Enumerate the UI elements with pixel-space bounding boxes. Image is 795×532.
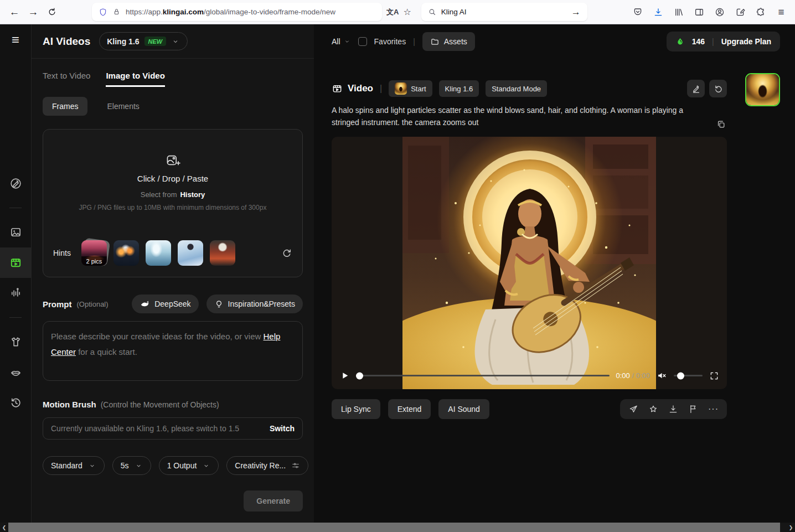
more-options-icon[interactable]: ··· [708, 404, 719, 414]
image-plus-icon [164, 153, 181, 168]
favorite-star-icon[interactable] [648, 404, 658, 414]
ai-sound-button[interactable]: AI Sound [438, 399, 489, 419]
rail-item-try-on[interactable] [0, 327, 31, 357]
video-player[interactable]: 0:00 / 0:00 [332, 137, 727, 389]
generate-button[interactable]: Generate [244, 490, 303, 512]
mode-frames[interactable]: Frames [43, 97, 87, 116]
sidebar-toggle-icon[interactable] [691, 4, 708, 20]
refresh-hints-icon[interactable] [281, 247, 292, 259]
prompt-textarea[interactable]: Please describe your creative ideas for … [43, 321, 303, 381]
fullscreen-icon[interactable] [709, 371, 719, 381]
filter-all-dropdown[interactable]: All [332, 37, 351, 46]
video-actions-toolbar: ··· [620, 399, 727, 419]
deepseek-button[interactable]: DeepSeek [132, 295, 198, 313]
rail-item-ai-audio[interactable] [0, 278, 31, 308]
search-bar[interactable]: Kling AI → [421, 3, 587, 21]
account-icon[interactable] [711, 4, 728, 20]
hint-thumbnail[interactable]: 2 pics [81, 240, 107, 266]
seek-handle[interactable] [356, 372, 363, 379]
video-card-title: Video [332, 83, 373, 94]
image-upload-dropzone[interactable]: Click / Drop / Paste Select fromHistory … [43, 129, 303, 277]
volume-bar[interactable] [674, 375, 703, 376]
download-icon[interactable] [668, 404, 678, 414]
hamburger-menu-icon[interactable]: ≡ [12, 33, 19, 47]
hints-label: Hints [53, 249, 71, 257]
quality-select[interactable]: Standard [43, 456, 105, 475]
upload-requirements: JPG / PNG files up to 10MB with minimum … [79, 204, 267, 211]
browser-toolbar: ← → https://app.klingai.com/global/image… [0, 0, 795, 24]
credits-count: 146 [692, 37, 705, 46]
favorites-checkbox[interactable] [358, 37, 367, 46]
extensions-icon[interactable] [752, 4, 769, 20]
model-selector[interactable]: Kling 1.6 NEW [99, 32, 188, 50]
hint-thumbnail[interactable] [113, 240, 139, 266]
copy-icon[interactable] [716, 120, 726, 129]
model-name: Kling 1.6 [107, 37, 139, 46]
rail-item-history[interactable] [0, 388, 31, 418]
rail-item-ai-videos[interactable] [0, 247, 31, 278]
hint-thumbnail[interactable] [178, 240, 203, 266]
url-text: https://app.klingai.com/global/image-to-… [126, 8, 335, 16]
tab-text-to-video[interactable]: Text to Video [43, 71, 90, 87]
reload-button[interactable] [43, 3, 61, 21]
horizontal-scrollbar[interactable]: ❮ ❯ [0, 523, 795, 532]
lip-sync-button[interactable]: Lip Sync [332, 399, 380, 419]
play-icon[interactable] [339, 370, 350, 381]
volume-handle[interactable] [677, 372, 684, 379]
player-controls: 0:00 / 0:00 [339, 366, 719, 385]
history-link[interactable]: History [180, 190, 205, 199]
scroll-left-icon[interactable]: ❮ [0, 523, 8, 532]
motion-brush-notice: Currently unavailable on Kling 1.6, plea… [43, 417, 303, 440]
report-flag-icon[interactable] [688, 404, 698, 414]
browser-menu-icon[interactable]: ≡ [773, 4, 789, 20]
rail-item-ai-images[interactable] [0, 217, 31, 247]
tab-image-to-video[interactable]: Image to Video [106, 71, 164, 87]
lightbulb-icon [214, 299, 224, 309]
translate-icon[interactable]: 文A [386, 7, 399, 17]
bookmark-star-icon[interactable]: ☆ [403, 7, 411, 17]
video-clapper-icon [332, 83, 343, 94]
mute-icon[interactable] [657, 370, 667, 381]
inspiration-presets-button[interactable]: Inspiration&Presets [207, 295, 303, 313]
source-image-thumbnail[interactable] [745, 73, 780, 106]
new-badge: NEW [144, 37, 167, 46]
divider: | [380, 84, 382, 94]
duration-select[interactable]: 5s [112, 456, 151, 475]
divider: | [712, 37, 714, 46]
chevron-down-icon [135, 462, 143, 470]
search-value: Kling AI [441, 8, 467, 16]
sliders-icon [291, 461, 300, 470]
start-frame-thumbnail [395, 82, 407, 95]
favorites-label[interactable]: Favorites [374, 37, 406, 46]
assets-button[interactable]: Assets [422, 32, 475, 51]
search-go-icon[interactable]: → [571, 7, 581, 18]
rail-item-creative-tools[interactable] [0, 168, 31, 199]
regenerate-button[interactable] [709, 80, 727, 97]
output-count-select[interactable]: 1 Output [159, 456, 219, 475]
scroll-right-icon[interactable]: ❯ [787, 523, 795, 532]
edit-prompt-button[interactable] [687, 80, 705, 97]
edit-page-icon[interactable] [732, 4, 748, 20]
share-icon[interactable] [628, 404, 638, 414]
mode-tag: Standard Mode [486, 80, 547, 97]
extend-button[interactable]: Extend [388, 399, 431, 419]
pocket-icon[interactable] [629, 4, 646, 20]
creativity-select[interactable]: Creativity Re... [226, 456, 308, 475]
forward-button[interactable]: → [24, 3, 42, 21]
library-icon[interactable] [670, 4, 687, 20]
video-frame-art [402, 137, 656, 389]
credits-pill[interactable]: 146 | Upgrade Plan [667, 32, 780, 51]
switch-version-button[interactable]: Switch [270, 424, 295, 433]
tracking-protection-icon[interactable] [99, 8, 107, 17]
mode-elements[interactable]: Elements [97, 97, 148, 116]
seek-bar[interactable] [357, 375, 610, 376]
divider: | [413, 37, 415, 46]
scrollbar-thumb[interactable] [8, 523, 780, 532]
url-bar[interactable]: https://app.klingai.com/global/image-to-… [92, 3, 382, 21]
rail-item-lip-sync[interactable] [0, 357, 31, 388]
hint-thumbnail[interactable] [210, 240, 235, 266]
back-button[interactable]: ← [6, 3, 23, 21]
upgrade-plan-button[interactable]: Upgrade Plan [721, 37, 771, 46]
hint-thumbnail[interactable] [146, 240, 171, 266]
downloads-icon[interactable] [650, 4, 667, 20]
